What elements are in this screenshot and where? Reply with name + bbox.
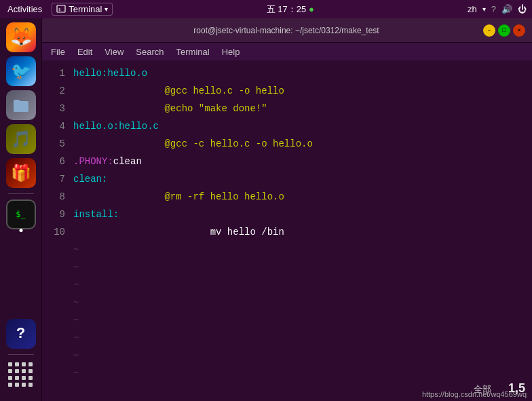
- line-num-6: 6: [48, 153, 65, 170]
- code-line-4: hello.o:hello.c: [73, 117, 532, 135]
- code-segment: ~: [73, 259, 79, 276]
- folder-icon: [12, 96, 30, 114]
- window-controls: – □ ✕: [483, 24, 525, 37]
- dock-thunderbird[interactable]: 🐦: [6, 56, 36, 86]
- dock-files[interactable]: [6, 90, 36, 120]
- code-line-10: mv hello /bin: [73, 223, 532, 241]
- menu-item-help[interactable]: Help: [217, 45, 245, 58]
- locale-dropdown-icon[interactable]: ▾: [482, 5, 486, 13]
- code-line-5: @gcc -c hello.c -o hello.o: [73, 135, 532, 153]
- menu-item-view[interactable]: View: [100, 45, 128, 58]
- close-button[interactable]: ✕: [513, 24, 525, 37]
- dock-rhythmbox[interactable]: 🎵: [6, 124, 36, 154]
- code-area: hello:hello.o @gcc hello.c -o hello @ech…: [69, 64, 532, 397]
- code-line-15: ~: [73, 311, 532, 329]
- code-segment: ~: [73, 311, 79, 329]
- csdn-url: https://blog.csdn.net/wq4569wq: [422, 390, 527, 398]
- minimize-button[interactable]: –: [483, 24, 495, 37]
- dock-terminal[interactable]: $_: [6, 199, 36, 229]
- terminal-menubar: FileEditViewSearchTerminalHelp: [42, 43, 532, 60]
- code-segment: ~: [73, 276, 79, 294]
- line-num-4: 4: [48, 117, 65, 135]
- datetime-text: 五 17：25 ●: [267, 3, 314, 16]
- dock-apps-grid[interactable]: [6, 360, 36, 390]
- code-segment: mv hello /bin: [73, 223, 284, 241]
- code-line-9: install:: [73, 206, 532, 223]
- menu-item-edit[interactable]: Edit: [73, 45, 97, 58]
- code-line-13: ~: [73, 276, 532, 294]
- code-line-18: ~: [73, 364, 532, 382]
- system-topbar: Activities $ Terminal ▾ 五 17：25 ● zh ▾ ?…: [0, 0, 532, 18]
- code-line-6: .PHONY:clean: [73, 153, 532, 170]
- code-line-2: @gcc hello.c -o hello: [73, 82, 532, 100]
- power-icon[interactable]: ⏻: [518, 4, 527, 14]
- terminal-content[interactable]: 12345678910 hello:hello.o @gcc hello.c -…: [42, 60, 532, 401]
- code-segment: ~: [73, 329, 79, 347]
- code-line-1: hello:hello.o: [73, 64, 532, 82]
- maximize-button[interactable]: □: [498, 24, 510, 37]
- code-segment: hello.o:hello.c: [73, 117, 159, 135]
- topbar-right: zh ▾ ? 🔊 ⏻: [468, 4, 532, 14]
- code-segment: ~: [73, 347, 79, 364]
- code-segment: @rm -rf hello hello.o: [73, 188, 284, 206]
- line-num-5: 5: [48, 135, 65, 153]
- code-segment: ~: [73, 294, 79, 311]
- terminal-label: Terminal: [69, 4, 102, 14]
- application-dock: 🦊 🐦 🎵 🎁 $_ ?: [0, 18, 42, 401]
- terminal-titlebar: root@jsetc-virtual-machine: ~/jsetc/0312…: [42, 18, 532, 43]
- line-num-7: 7: [48, 170, 65, 188]
- line-num-2: 2: [48, 82, 65, 100]
- code-segment: hello:hello.o: [73, 64, 147, 82]
- menu-item-terminal[interactable]: Terminal: [172, 45, 214, 58]
- code-line-11: ~: [73, 241, 532, 259]
- code-line-8: @rm -rf hello hello.o: [73, 188, 532, 206]
- line-num-3: 3: [48, 100, 65, 117]
- topbar-left: Activities $ Terminal ▾: [0, 3, 113, 16]
- dock-firefox[interactable]: 🦊: [6, 22, 36, 52]
- line-num-1: 1: [48, 64, 65, 82]
- code-segment: @gcc -c hello.c -o hello.o: [73, 135, 313, 153]
- terminal-icon: $: [56, 5, 66, 14]
- code-line-16: ~: [73, 329, 532, 347]
- dock-help[interactable]: ?: [6, 319, 36, 349]
- menu-item-search[interactable]: Search: [131, 45, 168, 58]
- locale-button[interactable]: zh: [468, 4, 477, 14]
- question-mark: ?: [491, 4, 496, 14]
- line-num-10: 10: [48, 223, 65, 241]
- code-segment: clean: [113, 153, 142, 170]
- line-numbers: 12345678910: [42, 64, 69, 397]
- terminal-dropdown-icon[interactable]: ▾: [104, 5, 108, 13]
- code-line-3: @echo "make done!": [73, 100, 532, 117]
- code-line-12: ~: [73, 259, 532, 276]
- sound-icon[interactable]: 🔊: [501, 4, 512, 14]
- svg-text:$: $: [58, 7, 61, 12]
- code-segment: ~: [73, 241, 79, 259]
- dock-divider-2: [8, 354, 34, 355]
- dock-software[interactable]: 🎁: [6, 158, 36, 188]
- terminal-title: root@jsetc-virtual-machine: ~/jsetc/0312…: [193, 26, 379, 35]
- code-line-7: clean:: [73, 170, 532, 188]
- code-line-14: ~: [73, 294, 532, 311]
- terminal-badge[interactable]: $ Terminal ▾: [52, 3, 113, 16]
- dock-divider: [8, 193, 34, 194]
- code-segment: ~: [73, 364, 79, 382]
- code-segment: clean:: [73, 170, 107, 188]
- code-segment: @echo "make done!": [73, 100, 267, 117]
- topbar-center: 五 17：25 ●: [267, 3, 314, 16]
- line-num-9: 9: [48, 206, 65, 223]
- terminal-window: root@jsetc-virtual-machine: ~/jsetc/0312…: [42, 18, 532, 401]
- line-num-8: 8: [48, 188, 65, 206]
- menu-item-file[interactable]: File: [46, 45, 70, 58]
- code-segment: @gcc hello.c -o hello: [73, 82, 284, 100]
- activities-button[interactable]: Activities: [3, 3, 46, 16]
- code-line-17: ~: [73, 347, 532, 364]
- code-segment: install:: [73, 206, 119, 223]
- code-segment: .PHONY:: [73, 153, 113, 170]
